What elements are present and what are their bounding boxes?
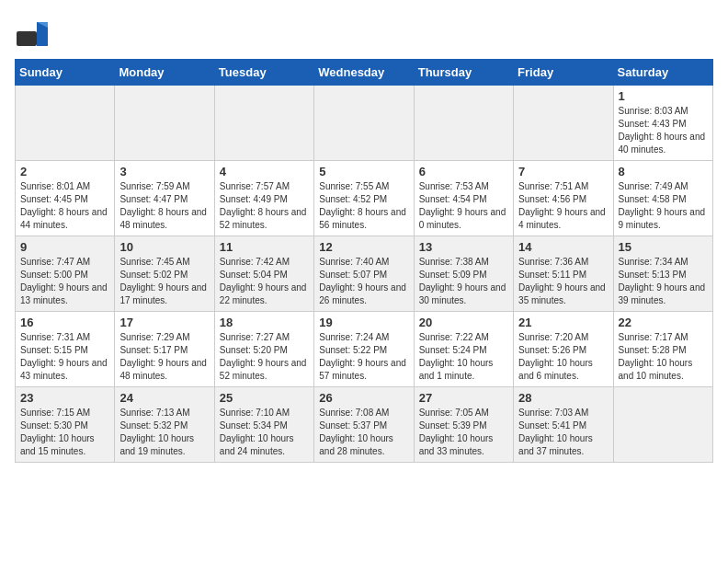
logo-icon: [15, 15, 51, 52]
day-info: Sunrise: 7:27 AM Sunset: 5:20 PM Dayligh…: [220, 331, 309, 383]
calendar-cell: 12Sunrise: 7:40 AM Sunset: 5:07 PM Dayli…: [314, 236, 414, 312]
day-number: 3: [119, 165, 209, 178]
day-info: Sunrise: 7:24 AM Sunset: 5:22 PM Dayligh…: [319, 331, 408, 383]
day-info: Sunrise: 7:29 AM Sunset: 5:17 PM Dayligh…: [119, 331, 209, 383]
calendar-header-monday: Monday: [115, 60, 214, 86]
calendar-cell: 9Sunrise: 7:47 AM Sunset: 5:00 PM Daylig…: [16, 236, 115, 312]
calendar-week-row: 16Sunrise: 7:31 AM Sunset: 5:15 PM Dayli…: [16, 312, 713, 387]
day-info: Sunrise: 7:45 AM Sunset: 5:02 PM Dayligh…: [119, 256, 209, 307]
day-number: 21: [518, 316, 608, 329]
calendar-cell: 17Sunrise: 7:29 AM Sunset: 5:17 PM Dayli…: [115, 312, 214, 387]
calendar-cell: 22Sunrise: 7:17 AM Sunset: 5:28 PM Dayli…: [613, 312, 712, 387]
svg-rect-0: [17, 31, 37, 46]
calendar-cell: [115, 86, 214, 161]
calendar-cell: 3Sunrise: 7:59 AM Sunset: 4:47 PM Daylig…: [115, 161, 214, 236]
day-info: Sunrise: 7:42 AM Sunset: 5:04 PM Dayligh…: [220, 256, 309, 307]
day-info: Sunrise: 7:08 AM Sunset: 5:37 PM Dayligh…: [319, 407, 408, 458]
day-info: Sunrise: 7:13 AM Sunset: 5:32 PM Dayligh…: [119, 407, 209, 458]
calendar-cell: 4Sunrise: 7:57 AM Sunset: 4:49 PM Daylig…: [214, 161, 313, 236]
calendar-week-row: 2Sunrise: 8:01 AM Sunset: 4:45 PM Daylig…: [16, 161, 713, 236]
day-number: 1: [619, 89, 708, 103]
day-info: Sunrise: 7:38 AM Sunset: 5:09 PM Dayligh…: [419, 256, 508, 307]
day-info: Sunrise: 7:40 AM Sunset: 5:07 PM Dayligh…: [319, 256, 408, 307]
calendar-cell: 18Sunrise: 7:27 AM Sunset: 5:20 PM Dayli…: [214, 312, 313, 387]
day-number: 28: [518, 391, 608, 405]
day-info: Sunrise: 7:36 AM Sunset: 5:11 PM Dayligh…: [518, 256, 608, 307]
calendar-cell: 7Sunrise: 7:51 AM Sunset: 4:56 PM Daylig…: [514, 161, 613, 236]
day-number: 7: [518, 165, 608, 178]
calendar-cell: 14Sunrise: 7:36 AM Sunset: 5:11 PM Dayli…: [514, 236, 613, 312]
day-info: Sunrise: 7:55 AM Sunset: 4:52 PM Dayligh…: [319, 180, 408, 232]
calendar-cell: 20Sunrise: 7:22 AM Sunset: 5:24 PM Dayli…: [414, 312, 513, 387]
calendar-cell: 5Sunrise: 7:55 AM Sunset: 4:52 PM Daylig…: [314, 161, 414, 236]
day-number: 6: [419, 165, 508, 178]
day-info: Sunrise: 7:03 AM Sunset: 5:41 PM Dayligh…: [518, 407, 608, 458]
day-number: 20: [419, 316, 508, 329]
calendar-header-thursday: Thursday: [414, 60, 513, 86]
calendar-week-row: 1Sunrise: 8:03 AM Sunset: 4:43 PM Daylig…: [16, 86, 713, 161]
calendar-header-saturday: Saturday: [613, 60, 712, 86]
day-info: Sunrise: 7:59 AM Sunset: 4:47 PM Dayligh…: [119, 180, 209, 232]
day-number: 26: [319, 391, 408, 405]
calendar-cell: 2Sunrise: 8:01 AM Sunset: 4:45 PM Daylig…: [16, 161, 115, 236]
day-info: Sunrise: 7:17 AM Sunset: 5:28 PM Dayligh…: [619, 331, 708, 383]
day-info: Sunrise: 7:34 AM Sunset: 5:13 PM Dayligh…: [619, 256, 708, 307]
day-number: 27: [419, 391, 508, 405]
day-info: Sunrise: 7:20 AM Sunset: 5:26 PM Dayligh…: [518, 331, 608, 383]
calendar-header-tuesday: Tuesday: [214, 60, 313, 86]
day-number: 18: [220, 316, 309, 329]
calendar-cell: 8Sunrise: 7:49 AM Sunset: 4:58 PM Daylig…: [613, 161, 712, 236]
day-number: 8: [619, 165, 708, 178]
calendar-cell: 28Sunrise: 7:03 AM Sunset: 5:41 PM Dayli…: [514, 387, 613, 463]
day-number: 2: [20, 165, 109, 178]
day-number: 5: [319, 165, 408, 178]
calendar-cell: 26Sunrise: 7:08 AM Sunset: 5:37 PM Dayli…: [314, 387, 414, 463]
day-number: 25: [220, 391, 309, 405]
day-info: Sunrise: 7:49 AM Sunset: 4:58 PM Dayligh…: [619, 180, 708, 232]
calendar-cell: [16, 86, 115, 161]
day-number: 12: [319, 240, 408, 254]
calendar-header-friday: Friday: [514, 60, 613, 86]
day-number: 14: [518, 240, 608, 254]
calendar-cell: 1Sunrise: 8:03 AM Sunset: 4:43 PM Daylig…: [613, 86, 712, 161]
day-info: Sunrise: 7:47 AM Sunset: 5:00 PM Dayligh…: [20, 256, 109, 307]
calendar-cell: [613, 387, 712, 463]
calendar-cell: [314, 86, 414, 161]
calendar-header-sunday: Sunday: [16, 60, 115, 86]
calendar-cell: [514, 86, 613, 161]
calendar-table: SundayMondayTuesdayWednesdayThursdayFrid…: [15, 59, 713, 463]
day-number: 23: [20, 391, 109, 405]
calendar-cell: 11Sunrise: 7:42 AM Sunset: 5:04 PM Dayli…: [214, 236, 313, 312]
day-info: Sunrise: 8:01 AM Sunset: 4:45 PM Dayligh…: [20, 180, 109, 232]
calendar-cell: 24Sunrise: 7:13 AM Sunset: 5:32 PM Dayli…: [115, 387, 214, 463]
calendar-cell: 6Sunrise: 7:53 AM Sunset: 4:54 PM Daylig…: [414, 161, 513, 236]
day-number: 15: [619, 240, 708, 254]
day-info: Sunrise: 7:31 AM Sunset: 5:15 PM Dayligh…: [20, 331, 109, 383]
calendar-cell: [214, 86, 313, 161]
calendar-cell: 15Sunrise: 7:34 AM Sunset: 5:13 PM Dayli…: [613, 236, 712, 312]
day-info: Sunrise: 8:03 AM Sunset: 4:43 PM Dayligh…: [619, 105, 708, 156]
calendar-week-row: 9Sunrise: 7:47 AM Sunset: 5:00 PM Daylig…: [16, 236, 713, 312]
calendar-cell: [414, 86, 513, 161]
day-number: 9: [20, 240, 109, 254]
calendar-week-row: 23Sunrise: 7:15 AM Sunset: 5:30 PM Dayli…: [16, 387, 713, 463]
day-number: 22: [619, 316, 708, 329]
calendar-cell: 13Sunrise: 7:38 AM Sunset: 5:09 PM Dayli…: [414, 236, 513, 312]
calendar-cell: 23Sunrise: 7:15 AM Sunset: 5:30 PM Dayli…: [16, 387, 115, 463]
day-number: 17: [119, 316, 209, 329]
calendar-header-wednesday: Wednesday: [314, 60, 414, 86]
day-number: 24: [119, 391, 209, 405]
day-info: Sunrise: 7:57 AM Sunset: 4:49 PM Dayligh…: [220, 180, 309, 232]
day-info: Sunrise: 7:53 AM Sunset: 4:54 PM Dayligh…: [419, 180, 508, 232]
day-info: Sunrise: 7:51 AM Sunset: 4:56 PM Dayligh…: [518, 180, 608, 232]
day-number: 10: [119, 240, 209, 254]
day-number: 4: [220, 165, 309, 178]
day-info: Sunrise: 7:15 AM Sunset: 5:30 PM Dayligh…: [20, 407, 109, 458]
page-header: [15, 15, 713, 52]
day-number: 13: [419, 240, 508, 254]
calendar-cell: 10Sunrise: 7:45 AM Sunset: 5:02 PM Dayli…: [115, 236, 214, 312]
day-info: Sunrise: 7:22 AM Sunset: 5:24 PM Dayligh…: [419, 331, 508, 383]
calendar-cell: 21Sunrise: 7:20 AM Sunset: 5:26 PM Dayli…: [514, 312, 613, 387]
day-number: 11: [220, 240, 309, 254]
day-number: 19: [319, 316, 408, 329]
